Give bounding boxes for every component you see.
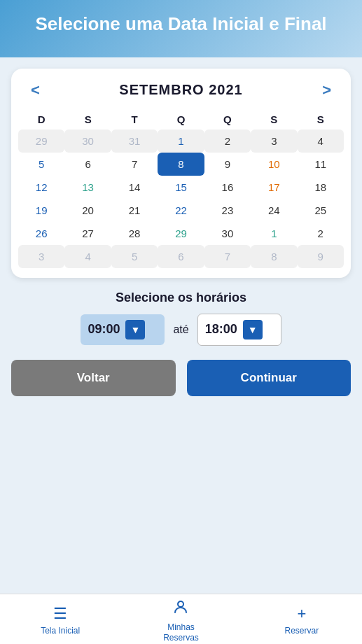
day-header: S [298,109,344,130]
day-header: T [111,109,158,130]
calendar-day[interactable]: 28 [111,222,158,245]
day-headers-row: DSTQQSS [18,109,344,130]
calendar-day[interactable]: 18 [298,176,344,199]
calendar-day[interactable]: 8 [251,245,297,268]
calendar-day[interactable]: 7 [204,245,251,268]
calendar-day[interactable]: 5 [111,245,158,268]
calendar-day[interactable]: 31 [111,130,158,153]
plus-icon: + [297,605,306,623]
start-time-select[interactable]: 09:00 ▼ [81,314,165,345]
calendar-nav: < SETEMBRO 2021 > [18,78,344,102]
calendar-day[interactable]: 8 [158,153,204,176]
day-header: Q [158,109,204,130]
calendar-body: 2930311234567891011121314151617181920212… [18,130,344,268]
month-year-label: SETEMBRO 2021 [119,82,242,98]
calendar-day[interactable]: 14 [111,176,158,199]
calendar-day[interactable]: 27 [64,222,111,245]
person-icon [172,598,189,620]
end-time-select[interactable]: 18:00 ▼ [197,314,281,346]
calendar-day[interactable]: 2 [298,222,344,245]
calendar-day[interactable]: 10 [251,153,297,176]
nav-minhas-reservas[interactable]: MinhasReservas [120,598,241,643]
main-content: < SETEMBRO 2021 > DSTQQSS 29303112345678… [0,57,362,594]
calendar-day[interactable]: 29 [158,222,204,245]
ate-label: até [173,323,188,336]
day-header: Q [204,109,251,130]
calendar-day[interactable]: 16 [204,176,251,199]
calendar-day[interactable]: 15 [158,176,204,199]
calendar-day[interactable]: 25 [298,199,344,222]
header: Selecione uma Data Inicial e Final [0,0,362,57]
time-section-label: Selecione os horários [116,290,246,305]
calendar-day[interactable]: 6 [64,153,111,176]
calendar-day[interactable]: 4 [298,130,344,153]
calendar-day[interactable]: 12 [18,176,64,199]
calendar-week-row: 12131415161718 [18,176,344,199]
calendar-day[interactable]: 24 [251,199,297,222]
calendar-day[interactable]: 13 [64,176,111,199]
calendar-day[interactable]: 4 [64,245,111,268]
end-time-value: 18:00 [205,322,237,337]
calendar-day[interactable]: 1 [251,222,297,245]
nav-reservar-label: Reservar [284,626,319,636]
next-month-button[interactable]: > [315,78,338,102]
start-time-value: 09:00 [88,322,120,337]
nav-reservar[interactable]: + Reservar [242,605,362,636]
end-time-arrow: ▼ [243,320,263,340]
calendar-day[interactable]: 6 [158,245,204,268]
nav-minhas-reservas-label: MinhasReservas [163,622,199,643]
calendar-day[interactable]: 17 [251,176,297,199]
start-time-arrow: ▼ [125,320,145,340]
nav-tela-inicial-label: Tela Inicial [41,626,80,636]
day-header: D [18,109,64,130]
buttons-row: Voltar Continuar [11,360,351,396]
calendar-day[interactable]: 2 [204,130,251,153]
calendar-day[interactable]: 29 [18,130,64,153]
svg-point-0 [178,601,183,607]
prev-month-button[interactable]: < [24,78,47,102]
calendar-grid: DSTQQSS 29303112345678910111213141516171… [18,109,344,268]
calendar-day[interactable]: 5 [18,153,64,176]
menu-icon: ☰ [53,605,67,623]
calendar-day[interactable]: 20 [64,199,111,222]
calendar-day[interactable]: 1 [158,130,204,153]
calendar-week-row: 19202122232425 [18,199,344,222]
voltar-button[interactable]: Voltar [11,360,176,396]
calendar-day[interactable]: 30 [204,222,251,245]
calendar-card: < SETEMBRO 2021 > DSTQQSS 29303112345678… [11,69,351,278]
calendar-day[interactable]: 21 [111,199,158,222]
nav-tela-inicial[interactable]: ☰ Tela Inicial [0,605,120,636]
day-header: S [64,109,111,130]
calendar-day[interactable]: 11 [298,153,344,176]
continuar-button[interactable]: Continuar [187,360,351,396]
calendar-day[interactable]: 7 [111,153,158,176]
calendar-day[interactable]: 9 [204,153,251,176]
calendar-day[interactable]: 30 [64,130,111,153]
calendar-week-row: 567891011 [18,153,344,176]
calendar-day[interactable]: 3 [18,245,64,268]
calendar-day[interactable]: 9 [298,245,344,268]
calendar-week-row: 262728293012 [18,222,344,245]
calendar-week-row: 2930311234 [18,130,344,153]
calendar-day[interactable]: 3 [251,130,297,153]
calendar-day[interactable]: 26 [18,222,64,245]
calendar-week-row: 3456789 [18,245,344,268]
page-title: Selecione uma Data Inicial e Final [14,13,348,36]
time-row: 09:00 ▼ até 18:00 ▼ [81,314,281,346]
day-header: S [251,109,297,130]
calendar-day[interactable]: 19 [18,199,64,222]
bottom-nav: ☰ Tela Inicial MinhasReservas + Reservar [0,594,362,644]
calendar-day[interactable]: 22 [158,199,204,222]
calendar-day[interactable]: 23 [204,199,251,222]
